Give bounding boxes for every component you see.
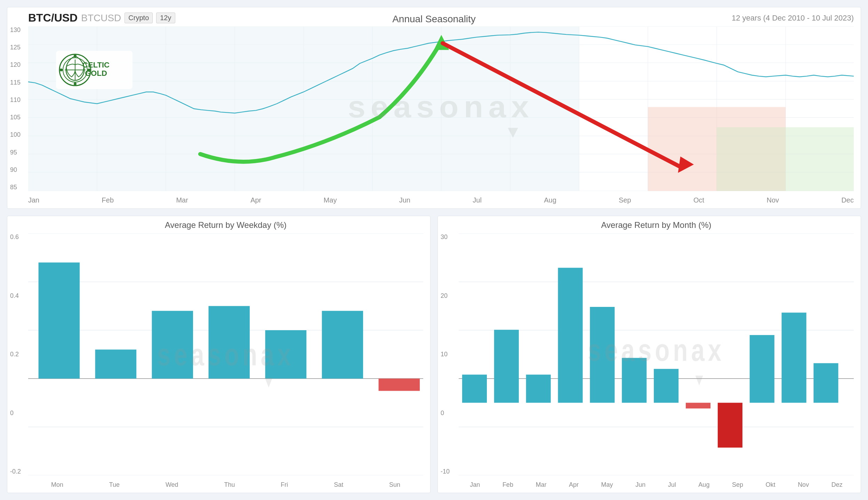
ticker-label: BTC/USD: [28, 11, 78, 24]
date-range-label: 12 years (4 Dec 2010 - 10 Jul 2023): [732, 14, 854, 23]
svg-rect-70: [750, 335, 774, 403]
svg-text:▼: ▼: [262, 372, 275, 391]
y-axis: 130 125 120 115 110 105 100 95 90 85: [10, 26, 21, 191]
monthly-bar-svg: seasonax ▼: [459, 233, 854, 475]
svg-rect-72: [813, 363, 838, 403]
monthly-y-axis: 30 20 10 0 -10: [441, 233, 450, 475]
chart-header: BTC/USD BTCUSD Crypto 12y Annual Seasona…: [28, 11, 854, 24]
period-tag: 12y: [156, 13, 175, 23]
weekday-x-axis: Mon Tue Wed Thu Fri Sat Sun: [28, 481, 423, 489]
svg-rect-67: [654, 369, 678, 403]
bottom-charts: Average Return by Weekday (%) 0.6 0.4 0.…: [7, 216, 861, 493]
crypto-tag: Crypto: [124, 13, 153, 23]
svg-point-34: [74, 55, 77, 57]
svg-rect-47: [95, 350, 137, 379]
svg-rect-68: [686, 403, 710, 408]
svg-rect-23: [717, 127, 854, 191]
main-container: BTC/USD BTCUSD Crypto 12y Annual Seasona…: [0, 0, 868, 500]
ticker-code-label: BTCUSD: [81, 13, 121, 24]
svg-rect-69: [718, 403, 742, 448]
weekday-y-axis: 0.6 0.4 0.2 0 -0.2: [10, 233, 21, 475]
monthly-chart-title: Average Return by Month (%): [459, 220, 854, 230]
weekday-chart-title: Average Return by Weekday (%): [28, 220, 423, 230]
x-axis: Jan Feb Mar Apr May Jun Jul Aug Sep Oct …: [28, 196, 854, 204]
monthly-x-axis: Jan Feb Mar Apr May Jun Jul Aug Sep Okt …: [459, 481, 854, 489]
celtic-gold-logo: CELTIC GOLD: [56, 51, 132, 89]
logo-svg: CELTIC GOLD: [56, 51, 132, 89]
svg-rect-71: [782, 312, 806, 403]
weekday-bar-svg: seasonax ▼: [28, 233, 423, 475]
svg-text:▼: ▼: [504, 122, 522, 141]
svg-text:▼: ▼: [693, 370, 706, 389]
weekday-bar-area: seasonax ▼: [28, 233, 423, 475]
monthly-bar-area: seasonax ▼: [459, 233, 854, 475]
weekday-chart: Average Return by Weekday (%) 0.6 0.4 0.…: [7, 216, 431, 493]
svg-point-36: [74, 82, 77, 85]
svg-rect-61: [462, 375, 487, 403]
svg-text:CELTIC: CELTIC: [82, 61, 110, 69]
svg-text:GOLD: GOLD: [85, 69, 107, 78]
svg-text:seasonax: seasonax: [348, 90, 534, 124]
svg-rect-64: [558, 268, 582, 403]
main-chart-svg: seasonax ▼: [28, 26, 854, 191]
svg-rect-63: [526, 375, 551, 403]
svg-rect-52: [379, 379, 420, 391]
svg-point-37: [60, 69, 63, 71]
main-chart-area: seasonax ▼: [28, 26, 854, 191]
top-chart: BTC/USD BTCUSD Crypto 12y Annual Seasona…: [7, 7, 861, 209]
svg-rect-46: [39, 262, 80, 379]
svg-text:seasonax: seasonax: [157, 338, 294, 372]
annual-seasonality-title: Annual Seasonality: [392, 14, 476, 25]
svg-text:seasonax: seasonax: [588, 333, 725, 367]
monthly-chart: Average Return by Month (%) 30 20 10 0 -…: [437, 216, 861, 493]
svg-rect-51: [322, 311, 363, 379]
svg-rect-62: [494, 330, 519, 403]
chart-title-left: BTC/USD BTCUSD Crypto 12y: [28, 11, 175, 24]
